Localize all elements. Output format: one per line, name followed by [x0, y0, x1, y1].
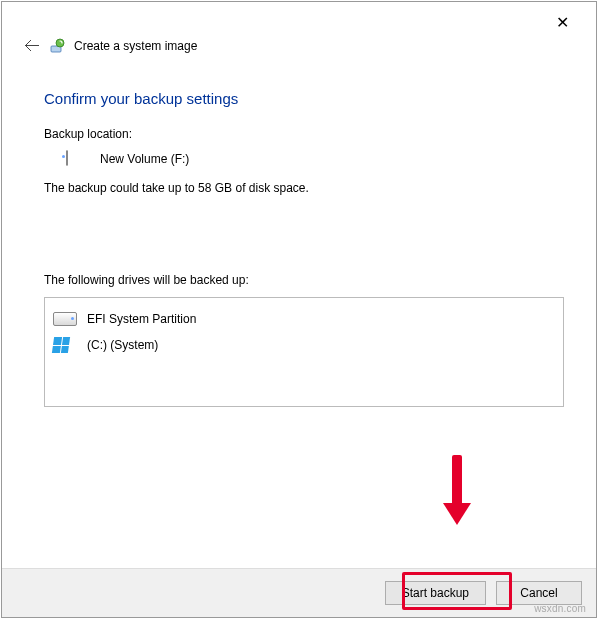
page-heading: Confirm your backup settings	[44, 90, 564, 107]
system-image-icon	[50, 38, 66, 54]
drive-icon	[53, 310, 77, 328]
backup-size-info: The backup could take up to 58 GB of dis…	[44, 181, 564, 195]
drives-list-label: The following drives will be backed up:	[44, 273, 564, 287]
close-button[interactable]: ✕	[542, 10, 582, 34]
backup-location-value: New Volume (F:)	[100, 152, 189, 166]
cancel-button[interactable]: Cancel	[496, 581, 582, 605]
title-row: 🡠 Create a system image	[24, 38, 197, 54]
list-item: (C:) (System)	[51, 332, 557, 358]
svg-point-1	[56, 39, 64, 47]
drive-label: (C:) (System)	[87, 338, 158, 352]
drive-label: EFI System Partition	[87, 312, 196, 326]
backup-location-label: Backup location:	[44, 127, 564, 141]
dialog-window: ✕ 🡠 Create a system image Confirm your b…	[1, 1, 597, 618]
annotation-arrow-icon	[443, 455, 471, 537]
backup-location-row: New Volume (F:)	[66, 151, 564, 167]
close-icon: ✕	[556, 13, 569, 32]
drives-list: EFI System Partition (C:) (System)	[44, 297, 564, 407]
dialog-footer: Start backup Cancel	[2, 568, 596, 617]
window-title: Create a system image	[74, 39, 197, 53]
content-area: Confirm your backup settings Backup loca…	[44, 90, 564, 407]
back-arrow-icon[interactable]: 🡠	[24, 38, 40, 54]
drive-icon	[66, 151, 90, 167]
windows-drive-icon	[53, 336, 77, 354]
list-item: EFI System Partition	[51, 306, 557, 332]
watermark: wsxdn.com	[534, 603, 586, 614]
start-backup-button[interactable]: Start backup	[385, 581, 486, 605]
